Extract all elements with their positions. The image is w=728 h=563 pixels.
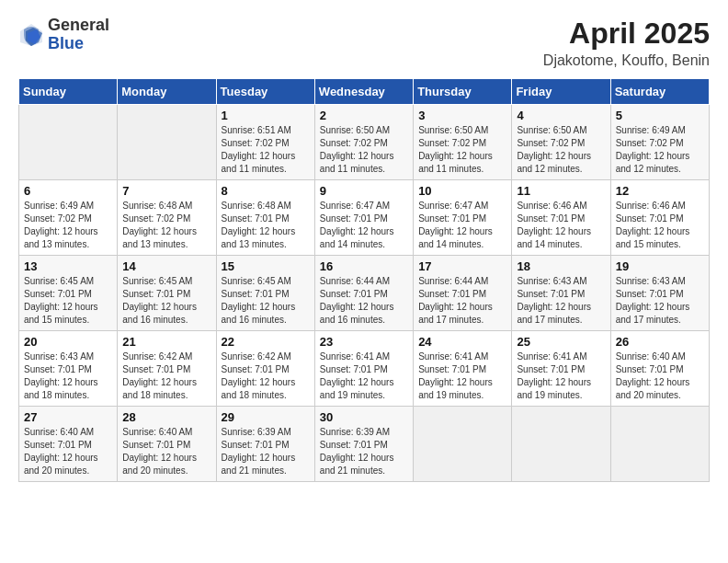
- day-number: 20: [24, 335, 112, 349]
- day-info: Sunrise: 6:41 AM Sunset: 7:01 PM Dayligh…: [418, 350, 506, 402]
- day-info: Sunrise: 6:42 AM Sunset: 7:01 PM Dayligh…: [222, 350, 310, 402]
- calendar-table: Sunday Monday Tuesday Wednesday Thursday…: [18, 78, 710, 482]
- day-number: 11: [517, 184, 605, 198]
- title-block: April 2025 Djakotome, Kouffo, Benin: [543, 17, 710, 69]
- day-cell: 21Sunrise: 6:42 AM Sunset: 7:01 PM Dayli…: [118, 331, 216, 407]
- day-number: 12: [616, 184, 704, 198]
- week-row-2: 6Sunrise: 6:49 AM Sunset: 7:02 PM Daylig…: [19, 180, 710, 256]
- week-row-4: 20Sunrise: 6:43 AM Sunset: 7:01 PM Dayli…: [19, 331, 710, 407]
- day-info: Sunrise: 6:51 AM Sunset: 7:02 PM Dayligh…: [222, 124, 310, 176]
- day-cell: 26Sunrise: 6:40 AM Sunset: 7:01 PM Dayli…: [610, 331, 709, 407]
- main-title: April 2025: [543, 17, 710, 51]
- day-info: Sunrise: 6:49 AM Sunset: 7:02 PM Dayligh…: [616, 124, 704, 176]
- day-info: Sunrise: 6:50 AM Sunset: 7:02 PM Dayligh…: [418, 124, 506, 176]
- day-number: 7: [122, 184, 210, 198]
- day-cell: 13Sunrise: 6:45 AM Sunset: 7:01 PM Dayli…: [19, 256, 118, 331]
- logo-icon: [18, 22, 44, 48]
- day-info: Sunrise: 6:49 AM Sunset: 7:02 PM Dayligh…: [24, 200, 112, 251]
- day-cell: 14Sunrise: 6:45 AM Sunset: 7:01 PM Dayli…: [118, 256, 216, 331]
- day-info: Sunrise: 6:43 AM Sunset: 7:01 PM Dayligh…: [24, 350, 112, 402]
- day-cell: 9Sunrise: 6:47 AM Sunset: 7:01 PM Daylig…: [314, 180, 413, 256]
- day-cell: 12Sunrise: 6:46 AM Sunset: 7:01 PM Dayli…: [610, 180, 709, 256]
- day-info: Sunrise: 6:42 AM Sunset: 7:01 PM Dayligh…: [122, 350, 210, 402]
- col-monday: Monday: [118, 79, 216, 105]
- day-cell: 24Sunrise: 6:41 AM Sunset: 7:01 PM Dayli…: [414, 331, 512, 407]
- day-number: 22: [222, 335, 310, 349]
- day-cell: 25Sunrise: 6:41 AM Sunset: 7:01 PM Dayli…: [512, 331, 610, 407]
- day-cell: 22Sunrise: 6:42 AM Sunset: 7:01 PM Dayli…: [216, 331, 314, 407]
- col-thursday: Thursday: [414, 79, 512, 105]
- day-cell: 18Sunrise: 6:43 AM Sunset: 7:01 PM Dayli…: [512, 256, 610, 331]
- day-info: Sunrise: 6:41 AM Sunset: 7:01 PM Dayligh…: [517, 350, 605, 402]
- day-number: 19: [616, 259, 704, 273]
- logo-text: General Blue: [48, 17, 109, 53]
- day-number: 26: [616, 335, 704, 349]
- day-info: Sunrise: 6:45 AM Sunset: 7:01 PM Dayligh…: [24, 275, 112, 327]
- day-number: 2: [320, 109, 408, 122]
- day-number: 17: [418, 259, 506, 273]
- day-number: 30: [320, 410, 408, 424]
- day-info: Sunrise: 6:45 AM Sunset: 7:01 PM Dayligh…: [122, 275, 210, 327]
- day-number: 21: [122, 335, 210, 349]
- day-info: Sunrise: 6:44 AM Sunset: 7:01 PM Dayligh…: [320, 275, 408, 327]
- day-cell: 2Sunrise: 6:50 AM Sunset: 7:02 PM Daylig…: [314, 105, 413, 180]
- day-info: Sunrise: 6:46 AM Sunset: 7:01 PM Dayligh…: [517, 200, 605, 251]
- col-friday: Friday: [512, 79, 610, 105]
- col-tuesday: Tuesday: [216, 79, 314, 105]
- day-number: 24: [418, 335, 506, 349]
- calendar-body: 1Sunrise: 6:51 AM Sunset: 7:02 PM Daylig…: [19, 105, 710, 482]
- day-cell: 16Sunrise: 6:44 AM Sunset: 7:01 PM Dayli…: [314, 256, 413, 331]
- col-saturday: Saturday: [610, 79, 709, 105]
- day-number: 6: [24, 184, 112, 198]
- day-cell: 3Sunrise: 6:50 AM Sunset: 7:02 PM Daylig…: [414, 105, 512, 180]
- day-cell: 15Sunrise: 6:45 AM Sunset: 7:01 PM Dayli…: [216, 256, 314, 331]
- day-cell: [414, 407, 512, 482]
- day-cell: 17Sunrise: 6:44 AM Sunset: 7:01 PM Dayli…: [414, 256, 512, 331]
- calendar-header: Sunday Monday Tuesday Wednesday Thursday…: [19, 79, 710, 105]
- day-info: Sunrise: 6:40 AM Sunset: 7:01 PM Dayligh…: [24, 426, 112, 477]
- day-number: 27: [24, 410, 112, 424]
- day-number: 9: [320, 184, 408, 198]
- day-number: 28: [122, 410, 210, 424]
- day-cell: 20Sunrise: 6:43 AM Sunset: 7:01 PM Dayli…: [19, 331, 118, 407]
- day-info: Sunrise: 6:46 AM Sunset: 7:01 PM Dayligh…: [616, 200, 704, 251]
- day-info: Sunrise: 6:41 AM Sunset: 7:01 PM Dayligh…: [320, 350, 408, 402]
- day-cell: 27Sunrise: 6:40 AM Sunset: 7:01 PM Dayli…: [19, 407, 118, 482]
- day-number: 29: [222, 410, 310, 424]
- day-info: Sunrise: 6:44 AM Sunset: 7:01 PM Dayligh…: [418, 275, 506, 327]
- day-cell: 30Sunrise: 6:39 AM Sunset: 7:01 PM Dayli…: [314, 407, 413, 482]
- day-info: Sunrise: 6:40 AM Sunset: 7:01 PM Dayligh…: [122, 426, 210, 477]
- day-number: 1: [222, 109, 310, 122]
- day-cell: [610, 407, 709, 482]
- day-cell: [118, 105, 216, 180]
- day-number: 15: [222, 259, 310, 273]
- day-cell: 8Sunrise: 6:48 AM Sunset: 7:01 PM Daylig…: [216, 180, 314, 256]
- day-info: Sunrise: 6:43 AM Sunset: 7:01 PM Dayligh…: [517, 275, 605, 327]
- header: General Blue April 2025 Djakotome, Kouff…: [18, 17, 710, 69]
- day-info: Sunrise: 6:48 AM Sunset: 7:02 PM Dayligh…: [122, 200, 210, 251]
- day-cell: 29Sunrise: 6:39 AM Sunset: 7:01 PM Dayli…: [216, 407, 314, 482]
- header-row: Sunday Monday Tuesday Wednesday Thursday…: [19, 79, 710, 105]
- day-number: 5: [616, 109, 704, 122]
- week-row-5: 27Sunrise: 6:40 AM Sunset: 7:01 PM Dayli…: [19, 407, 710, 482]
- day-cell: 7Sunrise: 6:48 AM Sunset: 7:02 PM Daylig…: [118, 180, 216, 256]
- day-cell: [19, 105, 118, 180]
- col-wednesday: Wednesday: [314, 79, 413, 105]
- day-info: Sunrise: 6:45 AM Sunset: 7:01 PM Dayligh…: [222, 275, 310, 327]
- day-number: 18: [517, 259, 605, 273]
- day-number: 25: [517, 335, 605, 349]
- day-cell: 6Sunrise: 6:49 AM Sunset: 7:02 PM Daylig…: [19, 180, 118, 256]
- day-number: 23: [320, 335, 408, 349]
- day-info: Sunrise: 6:48 AM Sunset: 7:01 PM Dayligh…: [222, 200, 310, 251]
- day-cell: 11Sunrise: 6:46 AM Sunset: 7:01 PM Dayli…: [512, 180, 610, 256]
- day-number: 3: [418, 109, 506, 122]
- day-number: 10: [418, 184, 506, 198]
- logo: General Blue: [18, 17, 109, 53]
- sub-title: Djakotome, Kouffo, Benin: [543, 52, 710, 69]
- day-info: Sunrise: 6:39 AM Sunset: 7:01 PM Dayligh…: [222, 426, 310, 477]
- day-cell: 4Sunrise: 6:50 AM Sunset: 7:02 PM Daylig…: [512, 105, 610, 180]
- day-cell: 10Sunrise: 6:47 AM Sunset: 7:01 PM Dayli…: [414, 180, 512, 256]
- day-number: 13: [24, 259, 112, 273]
- day-cell: 19Sunrise: 6:43 AM Sunset: 7:01 PM Dayli…: [610, 256, 709, 331]
- day-cell: 1Sunrise: 6:51 AM Sunset: 7:02 PM Daylig…: [216, 105, 314, 180]
